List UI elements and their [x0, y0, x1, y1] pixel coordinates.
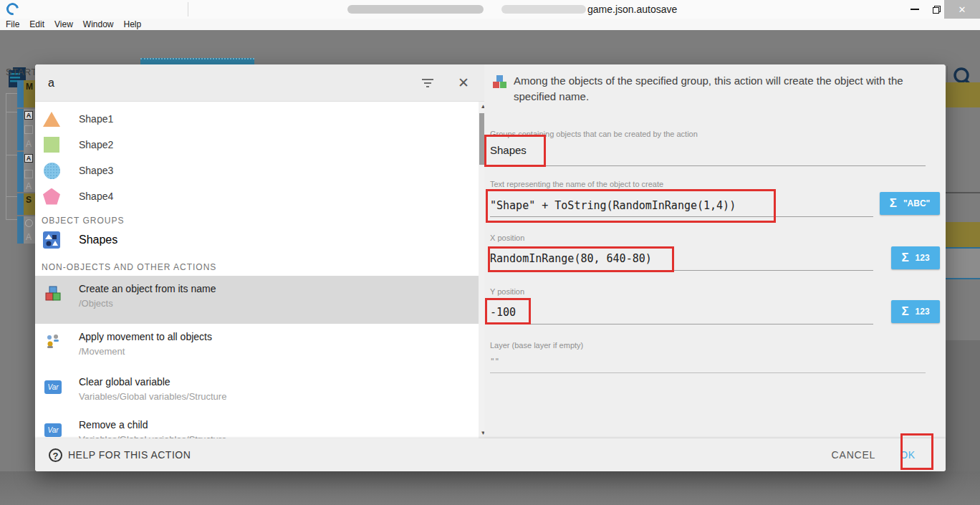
- comment-row-fragment: [946, 222, 980, 247]
- event-bar: [17, 109, 24, 150]
- event-bar: [17, 193, 24, 215]
- object-label: Shape1: [79, 113, 113, 125]
- event-bar: [17, 216, 24, 244]
- action-letter-fragment: A: [26, 139, 32, 149]
- event-divider-fragment: [946, 192, 980, 193]
- position-icon-fragment: [24, 125, 33, 134]
- list-item-shape3[interactable]: Shape3: [35, 158, 484, 183]
- create-object-icon: [493, 75, 507, 90]
- field-value-group[interactable]: Shapes: [490, 144, 527, 156]
- event-tree-stub: [6, 155, 17, 155]
- create-object-icon: [44, 285, 62, 302]
- help-link[interactable]: HELP FOR THIS ACTION: [68, 449, 191, 461]
- field-label-y-position: Y position: [490, 287, 524, 296]
- instruction-editor-dialog: ✕ Shape1 Shape2 Shape3 Shape: [35, 64, 946, 471]
- variable-icon: Var: [44, 378, 62, 395]
- list-item-create-object[interactable]: Create an object from its name /Objects: [35, 276, 484, 324]
- dimmed-backdrop: [0, 471, 980, 505]
- field-underline: [490, 165, 926, 166]
- scrollbar-up-arrow[interactable]: ▲: [479, 102, 484, 112]
- ok-button[interactable]: OK: [900, 449, 916, 461]
- field-underline: [490, 372, 926, 373]
- event-tree-stub: [6, 219, 17, 220]
- event-tree-stub: [6, 93, 17, 94]
- menu-window[interactable]: Window: [83, 19, 114, 29]
- scrollbar-thumb[interactable]: [479, 113, 484, 165]
- list-scrollbar[interactable]: ▲ ▼: [479, 102, 484, 438]
- sigma-icon: Σ: [901, 251, 908, 265]
- object-group-icon: [43, 231, 60, 249]
- movement-icon: [44, 333, 62, 350]
- close-button[interactable]: ✕: [944, 0, 980, 19]
- titlebar: game.json.autosave ✕: [0, 0, 980, 19]
- tab-start-page[interactable]: START: [6, 67, 37, 77]
- action-title: Clear global variable: [79, 376, 226, 388]
- list-item-remove-a-child[interactable]: Var Remove a child Variables/Global vari…: [35, 412, 484, 438]
- menubar: File Edit View Window Help: [0, 19, 980, 30]
- tab-events-active-fragment[interactable]: [140, 58, 254, 64]
- expression-button-label: "ABC": [903, 198, 930, 208]
- action-parameters-panel: Among the objects of the specified group…: [484, 64, 946, 471]
- section-header-other-actions: NON-OBJECTS AND OTHER ACTIONS: [35, 252, 484, 276]
- comment-row-fragment: M: [24, 80, 35, 107]
- group-label: Shapes: [79, 234, 117, 246]
- gdevelop-logo-icon: [4, 1, 21, 18]
- action-subtitle: Variables/Global variables/Structure: [79, 391, 226, 402]
- list-item-shape1[interactable]: Shape1: [35, 106, 484, 132]
- help-icon: ?: [49, 448, 62, 462]
- variable-icon: Var: [44, 421, 62, 438]
- var-badge: Var: [44, 423, 62, 437]
- menu-view[interactable]: View: [54, 19, 73, 29]
- list-item-shape2[interactable]: Shape2: [35, 132, 484, 158]
- scrollbar-down-arrow[interactable]: ▼: [479, 428, 484, 438]
- field-value-y-position[interactable]: -100: [490, 306, 516, 319]
- action-box-fragment: A: [24, 111, 33, 120]
- sigma-icon: Σ: [890, 196, 897, 211]
- sigma-icon: Σ: [901, 304, 908, 319]
- event-tree-stub: [6, 112, 17, 112]
- field-underline: [490, 324, 873, 324]
- window-title: game.json.autosave: [587, 4, 677, 15]
- action-box-fragment: A: [24, 154, 33, 163]
- field-label-x-position: X position: [490, 234, 524, 242]
- action-letter-fragment: A: [26, 232, 32, 242]
- redacted-path-text: [501, 5, 586, 14]
- list-item-shape4[interactable]: Shape4: [35, 183, 484, 209]
- titlebar-divider: [188, 2, 188, 16]
- selected-event-fragment: [946, 247, 980, 279]
- filter-icon[interactable]: [420, 75, 436, 91]
- minimize-button[interactable]: [904, 0, 926, 19]
- string-expression-button[interactable]: Σ "ABC": [880, 192, 940, 215]
- comment-row-fragment: S: [24, 193, 35, 215]
- event-tree-stub: [6, 196, 17, 197]
- field-value-layer[interactable]: "": [490, 357, 499, 366]
- field-underline: [490, 270, 873, 271]
- event-bar: [17, 80, 24, 107]
- field-value-x-position[interactable]: RandomInRange(80, 640-80): [490, 252, 652, 265]
- list-item-shapes-group[interactable]: Shapes: [35, 228, 484, 252]
- timer-icon-fragment: [25, 219, 33, 227]
- list-item-apply-movement[interactable]: Apply movement to all objects /Movement: [35, 324, 484, 369]
- search-input[interactable]: [48, 77, 420, 90]
- square-icon: [43, 136, 60, 153]
- event-row-fragment: [24, 109, 35, 192]
- number-expression-button[interactable]: Σ 123: [891, 246, 940, 269]
- menu-file[interactable]: File: [6, 19, 19, 29]
- object-label: Shape4: [79, 191, 113, 202]
- object-label: Shape2: [79, 139, 113, 150]
- close-icon[interactable]: ✕: [456, 74, 471, 91]
- menu-help[interactable]: Help: [124, 19, 142, 29]
- action-description: Among the objects of the specified group…: [514, 73, 939, 105]
- action-title: Create an object from its name: [79, 283, 216, 294]
- menu-edit[interactable]: Edit: [29, 19, 44, 29]
- field-value-object-name[interactable]: "Shape" + ToString(RandomInRange(1,4)): [490, 199, 736, 212]
- restore-icon: [933, 6, 940, 13]
- event-bar: [17, 152, 24, 192]
- number-expression-button[interactable]: Σ 123: [891, 300, 940, 323]
- action-description-block: Among the objects of the specified group…: [491, 73, 939, 105]
- action-subtitle: /Movement: [79, 346, 212, 357]
- cancel-button[interactable]: CANCEL: [832, 449, 876, 461]
- dialog-footer: ? HELP FOR THIS ACTION CANCEL OK: [35, 438, 946, 471]
- gdevelop-window: game.json.autosave ✕ File Edit View Wind…: [0, 0, 980, 505]
- list-item-clear-global-variable[interactable]: Var Clear global variable Variables/Glob…: [35, 369, 484, 412]
